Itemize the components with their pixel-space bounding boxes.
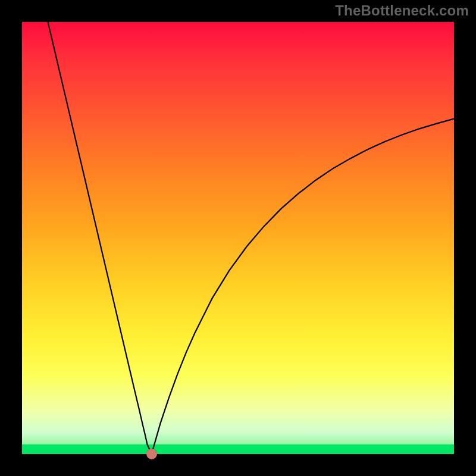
watermark-text: TheBottleneck.com <box>335 2 469 19</box>
min-point-marker <box>146 449 157 459</box>
plot-area <box>22 22 454 454</box>
bottleneck-curve <box>22 22 454 454</box>
chart-container: TheBottleneck.com <box>0 0 476 476</box>
